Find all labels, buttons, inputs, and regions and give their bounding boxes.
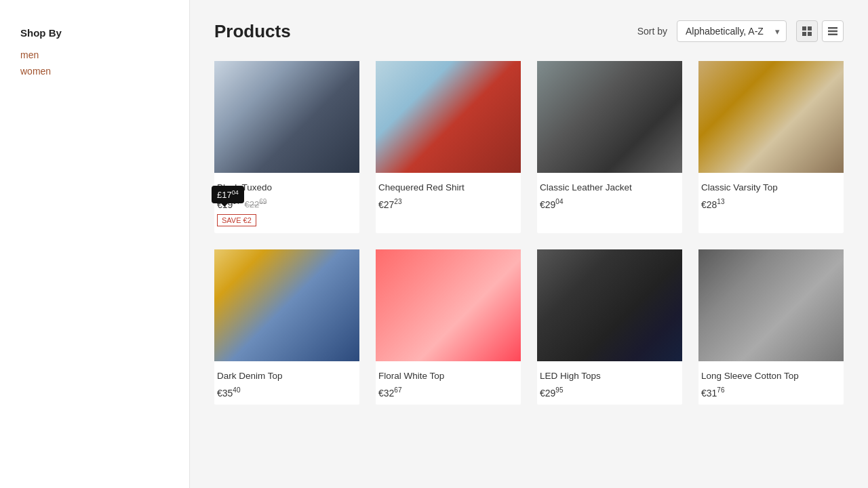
svg-rect-4: [828, 27, 837, 29]
list-icon: [827, 26, 838, 37]
grid-view-button[interactable]: [796, 20, 818, 42]
save-badge: SAVE €2: [217, 214, 256, 226]
product-info: Classic Leather Jacket €2904: [537, 173, 682, 217]
product-name: LED High Tops: [540, 371, 679, 381]
product-name: Dark Denim Top: [217, 371, 357, 381]
product-price-row: €3267: [378, 386, 518, 399]
price-current: €3176: [701, 386, 724, 399]
product-price-row: €2813: [701, 198, 841, 210]
svg-rect-1: [808, 26, 812, 30]
product-info: Chequered Red Shirt €2723: [376, 173, 521, 217]
price-current: €2995: [540, 386, 563, 399]
price-original: €2269: [244, 198, 267, 209]
products-header: Products Sort by Alphabetically, A-Z Alp…: [214, 20, 844, 42]
sidebar-title: Shop By: [20, 27, 169, 39]
product-image: [537, 249, 682, 361]
svg-rect-5: [828, 30, 837, 33]
product-info: Dark Denim Top €3540: [214, 361, 359, 405]
product-price-row: €3176: [701, 386, 841, 399]
product-price-row: €3540: [217, 386, 357, 399]
product-price-row: £1704 €1997 €2269: [217, 198, 357, 210]
price-current: £1704 €1997: [217, 198, 240, 210]
product-card-led-shoes[interactable]: LED High Tops €2995: [537, 249, 682, 405]
product-card-floral-top[interactable]: Floral White Top €3267: [376, 249, 521, 405]
grid-icon: [802, 26, 812, 37]
product-info: Black Tuxedo £1704 €1997 €2269 SAVE €2: [214, 173, 359, 233]
main-content: Products Sort by Alphabetically, A-Z Alp…: [190, 0, 868, 488]
product-info: Long Sleeve Cotton Top €3176: [698, 361, 844, 405]
sort-select-wrapper: Alphabetically, A-Z Alphabetically, Z-A …: [677, 20, 787, 42]
price-current: €2904: [540, 198, 563, 210]
product-grid: Black Tuxedo £1704 €1997 €2269 SAVE €2 C…: [214, 61, 844, 405]
product-image: [376, 249, 521, 361]
svg-rect-0: [802, 26, 806, 30]
product-card-red-shirt[interactable]: Chequered Red Shirt €2723: [376, 61, 521, 233]
product-card-varsity-top[interactable]: Classic Varsity Top €2813: [698, 61, 844, 233]
product-name: Long Sleeve Cotton Top: [701, 371, 841, 381]
header-controls: Sort by Alphabetically, A-Z Alphabetical…: [637, 20, 844, 42]
price-current: €3540: [217, 386, 240, 399]
product-image: [214, 249, 359, 361]
product-image: [214, 61, 359, 173]
product-card-tuxedo[interactable]: Black Tuxedo £1704 €1997 €2269 SAVE €2: [214, 61, 359, 233]
product-card-cotton-top[interactable]: Long Sleeve Cotton Top €3176: [698, 249, 844, 405]
sidebar-item-women[interactable]: women: [20, 66, 169, 77]
product-price-row: €2904: [540, 198, 679, 210]
product-info: Floral White Top €3267: [376, 361, 521, 405]
product-price-row: €2995: [540, 386, 679, 399]
price-current: €2813: [701, 198, 724, 210]
sidebar: Shop By men women: [0, 0, 190, 488]
product-image: [376, 61, 521, 173]
price-current: €2723: [378, 198, 401, 210]
product-price-row: €2723: [378, 198, 518, 210]
price-current: €3267: [378, 386, 401, 399]
sort-select[interactable]: Alphabetically, A-Z Alphabetically, Z-A …: [677, 20, 787, 42]
product-card-denim-top[interactable]: Dark Denim Top €3540: [214, 249, 359, 405]
svg-rect-6: [828, 34, 837, 36]
product-image: [698, 249, 844, 361]
product-image: [537, 61, 682, 173]
page-title: Products: [214, 21, 291, 42]
product-info: Classic Varsity Top €2813: [698, 173, 844, 217]
list-view-button[interactable]: [822, 20, 844, 42]
product-name: Classic Leather Jacket: [540, 182, 679, 192]
product-name: Classic Varsity Top: [701, 182, 841, 192]
svg-rect-2: [802, 32, 806, 36]
product-name: Floral White Top: [378, 371, 518, 381]
view-icons: [796, 20, 844, 42]
svg-rect-3: [808, 32, 812, 36]
product-image: [698, 61, 844, 173]
product-info: LED High Tops €2995: [537, 361, 682, 405]
price-tooltip: £1704: [212, 186, 244, 203]
product-card-leather-jacket[interactable]: Classic Leather Jacket €2904: [537, 61, 682, 233]
sort-label: Sort by: [637, 26, 667, 37]
product-name: Chequered Red Shirt: [378, 182, 518, 192]
sidebar-item-men[interactable]: men: [20, 49, 169, 60]
